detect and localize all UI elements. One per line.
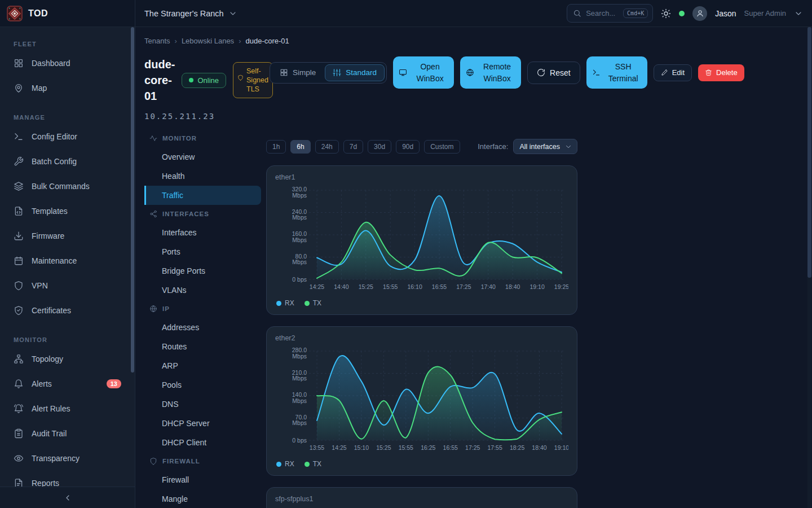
breadcrumb-item-dude-core-01[interactable]: dude-core-01 [245, 37, 289, 45]
legend-dot-icon [276, 301, 281, 306]
user-role: Super Admin [744, 9, 786, 17]
breadcrumb-separator: › [239, 37, 241, 45]
subnav-item-health[interactable]: Health [144, 167, 261, 186]
subnav-item-traffic[interactable]: Traffic [144, 186, 261, 205]
range-pill-24h[interactable]: 24h [315, 140, 339, 154]
reset-button[interactable]: Reset [527, 62, 580, 84]
sidebar-item-label: Batch Config [32, 157, 77, 166]
device-subnav: MONITOROverviewHealthTrafficINTERFACESIn… [144, 129, 261, 508]
delete-button[interactable]: Delete [698, 64, 744, 81]
search-icon [573, 9, 581, 17]
subnav-item-dhcp-server[interactable]: DHCP Server [144, 414, 261, 433]
subnav-item-dns[interactable]: DNS [144, 395, 261, 414]
traffic-card-sfp-sfpplus1: sfp-sfpplus1 [266, 487, 577, 508]
user-menu-button[interactable] [794, 9, 803, 18]
subnav-item-dhcp-client[interactable]: DHCP Client [144, 433, 261, 452]
topbar-right: Cmd+K Jason Super Admin [567, 4, 812, 23]
subnav-group-ip: IP [144, 300, 261, 318]
tenant-selector[interactable]: The Stranger's Ranch [144, 9, 237, 18]
sidebar-item-maintenance[interactable]: Maintenance [0, 248, 135, 273]
subnav-item-firewall[interactable]: Firewall [144, 470, 261, 489]
range-pill-custom[interactable]: Custom [424, 140, 460, 154]
charts-toolbar: 1h6h24h7d30d90dCustom Interface: All int… [266, 139, 577, 154]
sidebar-item-batch-config[interactable]: Batch Config [0, 149, 135, 174]
sidebar-item-transparency[interactable]: Transparency [0, 446, 135, 471]
avatar[interactable] [692, 6, 707, 21]
sidebar-item-map[interactable]: Map [0, 76, 135, 100]
shield-check-icon [14, 305, 24, 316]
svg-text:18:40: 18:40 [532, 444, 546, 451]
sidebar-item-label: Firmware [32, 231, 64, 240]
remote-winbox-button[interactable]: Remote WinBox [460, 56, 521, 89]
sidebar-item-config-editor[interactable]: Config Editor [0, 124, 135, 149]
ssh-terminal-button[interactable]: SSH Terminal [586, 56, 647, 89]
subnav-item-interfaces[interactable]: Interfaces [144, 223, 261, 242]
legend-item-tx: TX [304, 460, 321, 468]
app-root: TOD The Stranger's Ranch Cmd+K Jason Sup… [0, 0, 812, 508]
file-code-icon [14, 206, 24, 216]
page-header: dude-core-01 Online Self-Signed TLS 10.2… [144, 56, 812, 121]
range-pill-6h[interactable]: 6h [290, 140, 310, 154]
sidebar-item-bulk-commands[interactable]: Bulk Commands [0, 174, 135, 199]
subnav-item-arp[interactable]: ARP [144, 356, 261, 375]
search-box[interactable]: Cmd+K [567, 4, 653, 23]
sidebar-item-audit-trail[interactable]: Audit Trail [0, 421, 135, 446]
view-mode-simple[interactable]: Simple [272, 64, 324, 81]
chart-title: sfp-sfpplus1 [275, 495, 568, 503]
interface-select[interactable]: All interfaces [513, 139, 577, 154]
sidebar-nav: FLEETDashboardMapMANAGEConfig EditorBatc… [0, 35, 135, 496]
theme-toggle-button[interactable] [661, 8, 671, 19]
sidebar-item-firmware[interactable]: Firmware [0, 224, 135, 248]
sidebar-item-alerts[interactable]: Alerts13 [0, 371, 135, 396]
svg-text:14:25: 14:25 [332, 444, 346, 451]
online-dot-icon [189, 78, 193, 82]
subnav-item-pools[interactable]: Pools [144, 375, 261, 395]
view-mode-toggle: Simple Standard [270, 62, 387, 84]
terminal-icon [14, 132, 24, 142]
edit-button[interactable]: Edit [654, 64, 692, 81]
sidebar-item-vpn[interactable]: VPN [0, 273, 135, 298]
bell-ring-icon [14, 404, 24, 414]
svg-text:0 bps: 0 bps [292, 437, 307, 444]
range-pill-1h[interactable]: 1h [266, 140, 286, 154]
sidebar-group-fleet: FLEETDashboardMap [0, 35, 135, 100]
charts-column: 1h6h24h7d30d90dCustom Interface: All int… [266, 129, 577, 508]
subnav-item-vlans[interactable]: VLANs [144, 281, 261, 300]
subnav-item-routes[interactable]: Routes [144, 337, 261, 356]
sidebar-item-label: Topology [32, 354, 63, 364]
subnav-item-addresses[interactable]: Addresses [144, 318, 261, 337]
sidebar-item-certificates[interactable]: Certificates [0, 298, 135, 323]
sidebar-collapse-button[interactable] [0, 487, 135, 508]
range-pill-30d[interactable]: 30d [368, 140, 391, 154]
range-pill-90d[interactable]: 90d [396, 140, 420, 154]
svg-text:0 bps: 0 bps [292, 276, 307, 283]
sun-icon [661, 8, 671, 19]
sidebar-item-dashboard[interactable]: Dashboard [0, 51, 135, 76]
sidebar-scrollbar[interactable] [131, 27, 134, 373]
sidebar-item-templates[interactable]: Templates [0, 199, 135, 224]
svg-text:16:55: 16:55 [432, 283, 447, 290]
open-winbox-button[interactable]: Open WinBox [393, 56, 454, 89]
legend-dot-icon [304, 301, 310, 306]
subnav-item-bridge-ports[interactable]: Bridge Ports [144, 261, 261, 281]
alerts-count-badge: 13 [107, 379, 121, 388]
download-icon [14, 231, 24, 241]
sidebar-item-alert-rules[interactable]: Alert Rules [0, 396, 135, 421]
view-mode-standard[interactable]: Standard [325, 64, 385, 81]
range-pill-7d[interactable]: 7d [343, 140, 363, 154]
activity-icon [149, 134, 157, 142]
layers-icon [14, 181, 24, 191]
subnav-item-ports[interactable]: Ports [144, 242, 261, 261]
breadcrumb-item-lebowski-lanes[interactable]: Lebowski Lanes [182, 37, 234, 45]
svg-text:17:40: 17:40 [481, 283, 496, 290]
svg-text:Mbps: Mbps [292, 419, 307, 426]
subnav-item-overview[interactable]: Overview [144, 147, 261, 167]
subnav-group-interfaces: INTERFACES [144, 205, 261, 223]
main-scrollbar[interactable] [807, 27, 811, 278]
legend-dot-icon [276, 462, 281, 467]
search-input[interactable] [586, 9, 619, 17]
subnav-item-mangle[interactable]: Mangle [144, 489, 261, 508]
sidebar-item-topology[interactable]: Topology [0, 347, 135, 371]
breadcrumb-item-tenants[interactable]: Tenants [144, 37, 170, 45]
topology-icon [14, 354, 24, 364]
